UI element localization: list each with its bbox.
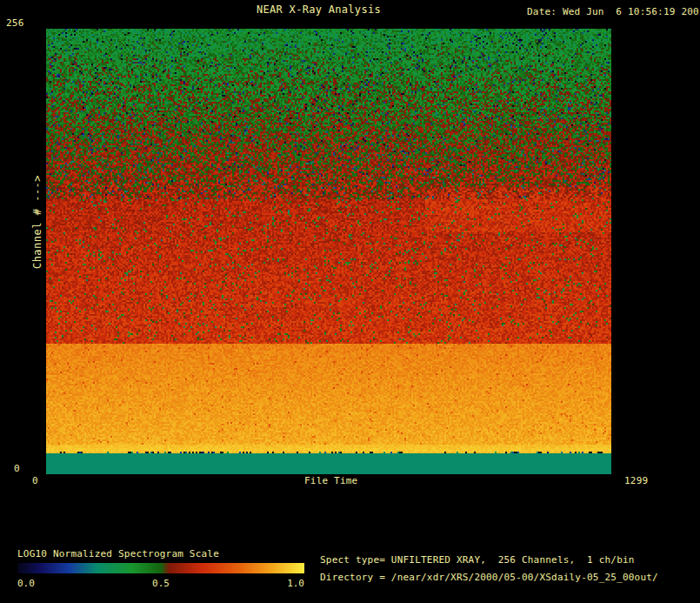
y-axis-min-label: 0 bbox=[14, 463, 20, 474]
colorbar-tick-min: 0.0 bbox=[17, 578, 35, 589]
y-axis-max-label: 256 bbox=[6, 17, 23, 29]
x-axis-title: File Time bbox=[304, 475, 357, 486]
y-axis-title: Channel # ---> bbox=[31, 175, 43, 269]
x-axis-max-label: 1299 bbox=[624, 475, 648, 486]
page-title: NEAR X-Ray Analysis bbox=[257, 4, 381, 16]
colorbar-title: LOG10 Normalized Spectrogram Scale bbox=[17, 548, 219, 559]
colorbar-ticks: 0.0 0.5 1.0 bbox=[17, 578, 304, 589]
directory-info: Directory = /near/xdr/XRS/2000/05-00/XSd… bbox=[320, 572, 658, 583]
near-xray-analysis-screen: NEAR X-Ray Analysis Date: Wed Jun 6 10:5… bbox=[0, 0, 700, 603]
x-axis-min-label: 0 bbox=[32, 475, 38, 486]
colorbar-gradient bbox=[17, 563, 304, 573]
spectrogram-image bbox=[46, 29, 611, 474]
datetime-label: Date: Wed Jun 6 10:56:19 2001 bbox=[527, 6, 700, 17]
colorbar-tick-mid: 0.5 bbox=[152, 578, 170, 589]
colorbar-tick-max: 1.0 bbox=[287, 578, 304, 589]
spect-type-info: Spect type= UNFILTERED XRAY, 256 Channel… bbox=[320, 554, 635, 566]
